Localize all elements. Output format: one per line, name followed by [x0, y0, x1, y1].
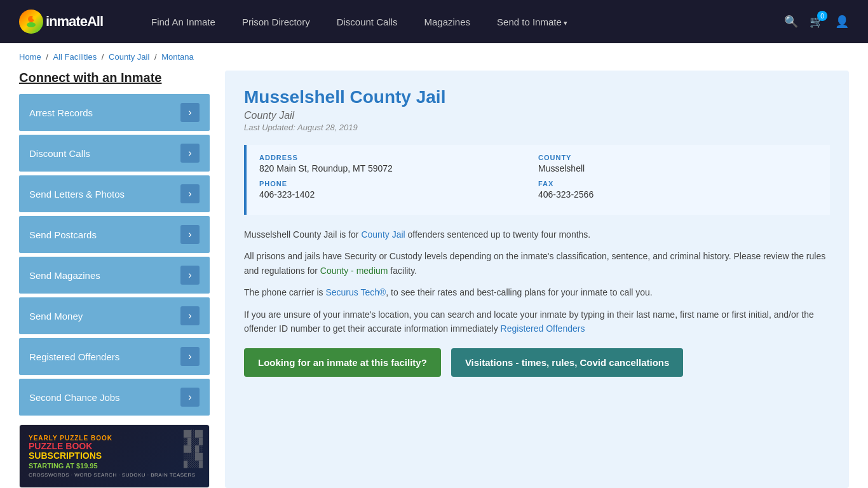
last-updated: Last Updated: August 28, 2019	[244, 123, 830, 132]
cart-wrapper[interactable]: 🛒 0	[810, 15, 824, 29]
fax-cell: FAX 406-323-2566	[538, 180, 817, 200]
logo-icon	[19, 10, 43, 34]
address-label: ADDRESS	[259, 154, 538, 161]
sidebar-item-send-letters[interactable]: Send Letters & Photos ›	[19, 175, 210, 212]
desc4: If you are unsure of your inmate's locat…	[244, 308, 830, 336]
phone-label: PHONE	[259, 180, 538, 187]
phone-cell: PHONE 406-323-1402	[259, 180, 538, 200]
arrow-icon: ›	[180, 103, 200, 122]
arrow-icon: ›	[180, 347, 200, 366]
logo[interactable]: inmateAll	[19, 10, 103, 34]
sidebar-item-send-postcards[interactable]: Send Postcards ›	[19, 216, 210, 253]
sidebar-item-discount-calls[interactable]: Discount Calls ›	[19, 135, 210, 172]
desc2: All prisons and jails have Security or C…	[244, 249, 830, 278]
arrow-icon: ›	[180, 388, 200, 407]
svg-point-2	[32, 16, 36, 20]
detail-panel: Musselshell County Jail County Jail Last…	[225, 71, 849, 488]
sidebar-label: Send Money	[29, 311, 83, 322]
search-icon[interactable]: 🔍	[784, 15, 798, 29]
cart-badge: 0	[817, 11, 827, 21]
main-content: Connect with an Inmate Arrest Records › …	[0, 71, 868, 488]
looking-for-inmate-button[interactable]: Looking for an inmate at this facility?	[244, 348, 441, 377]
county-value: Musselshell	[538, 163, 817, 173]
county-cell: COUNTY Musselshell	[538, 154, 817, 173]
nav-send-to-inmate[interactable]: Send to Inmate	[487, 11, 578, 32]
info-grid: ADDRESS 820 Main St, Roundup, MT 59072 C…	[244, 145, 830, 215]
breadcrumb-county-jail[interactable]: County Jail	[109, 52, 149, 62]
facility-name: Musselshell County Jail	[244, 87, 830, 107]
sidebar-item-send-money[interactable]: Send Money ›	[19, 297, 210, 334]
ad-subtitle: STARTING AT $19.95	[29, 462, 98, 470]
main-nav: Find An Inmate Prison Directory Discount…	[141, 11, 759, 32]
breadcrumb-all-facilities[interactable]: All Facilities	[53, 52, 97, 62]
sidebar-label: Registered Offenders	[29, 351, 119, 362]
facility-type: County Jail	[244, 110, 830, 121]
cta-row: Looking for an inmate at this facility? …	[244, 348, 830, 377]
svg-point-1	[27, 22, 36, 27]
sidebar-label: Second Chance Jobs	[29, 392, 120, 403]
sidebar-label: Send Magazines	[29, 270, 100, 281]
fax-label: FAX	[538, 180, 817, 187]
arrow-icon: ›	[180, 225, 200, 244]
ad-types: CROSSWORDS · WORD SEARCH · SUDOKU · BRAI…	[29, 472, 196, 478]
sidebar: Connect with an Inmate Arrest Records › …	[19, 71, 210, 488]
county-medium-link[interactable]: County - medium	[320, 266, 388, 276]
sidebar-label: Arrest Records	[29, 107, 93, 118]
logo-text: inmateAll	[46, 13, 103, 30]
county-label: COUNTY	[538, 154, 817, 161]
arrow-icon: ›	[180, 184, 200, 203]
nav-prison-directory[interactable]: Prison Directory	[232, 11, 320, 32]
sidebar-label: Discount Calls	[29, 148, 90, 159]
county-jail-link[interactable]: County Jail	[361, 229, 405, 240]
sidebar-item-registered-offenders[interactable]: Registered Offenders ›	[19, 338, 210, 375]
desc1: Musselshell County Jail is for County Ja…	[244, 227, 830, 241]
address-cell: ADDRESS 820 Main St, Roundup, MT 59072	[259, 154, 538, 173]
desc3: The phone carrier is Securus Tech®, to s…	[244, 285, 830, 299]
sidebar-item-arrest-records[interactable]: Arrest Records ›	[19, 94, 210, 131]
user-icon[interactable]: 👤	[835, 15, 849, 29]
header: inmateAll Find An Inmate Prison Director…	[0, 0, 868, 43]
arrow-icon: ›	[180, 144, 200, 163]
fax-value: 406-323-2566	[538, 189, 817, 200]
ad-content: ██░██░█░░███░█░░░░███░░░█ YEARLY PUZZLE …	[20, 425, 209, 487]
sidebar-item-send-magazines[interactable]: Send Magazines ›	[19, 257, 210, 294]
securus-link[interactable]: Securus Tech®	[325, 287, 386, 297]
sidebar-item-second-chance-jobs[interactable]: Second Chance Jobs ›	[19, 379, 210, 416]
sidebar-label: Send Postcards	[29, 229, 97, 240]
header-icons: 🔍 🛒 0 👤	[784, 15, 849, 29]
ad-title: PUZZLE BOOK SUBSCRIPTIONS	[29, 442, 102, 461]
arrow-icon: ›	[180, 306, 200, 325]
phone-value: 406-323-1402	[259, 189, 538, 200]
breadcrumb-home[interactable]: Home	[19, 52, 41, 62]
arrow-icon: ›	[180, 266, 200, 285]
nav-magazines[interactable]: Magazines	[414, 11, 481, 32]
address-value: 820 Main St, Roundup, MT 59072	[259, 163, 538, 173]
breadcrumb-montana[interactable]: Montana	[161, 52, 194, 62]
nav-discount-calls[interactable]: Discount Calls	[327, 11, 408, 32]
ad-puzzle-grid: ██░██░█░░███░█░░░░███░░░█	[184, 430, 203, 468]
sidebar-title: Connect with an Inmate	[19, 71, 210, 85]
visitations-button[interactable]: Visitations - times, rules, Covid cancel…	[451, 348, 684, 377]
sidebar-label: Send Letters & Photos	[29, 189, 125, 200]
ad-banner[interactable]: ██░██░█░░███░█░░░░███░░░█ YEARLY PUZZLE …	[19, 424, 210, 488]
registered-offenders-link[interactable]: Registered Offenders	[501, 323, 585, 334]
breadcrumb: Home / All Facilities / County Jail / Mo…	[0, 43, 868, 71]
nav-find-inmate[interactable]: Find An Inmate	[141, 11, 226, 32]
